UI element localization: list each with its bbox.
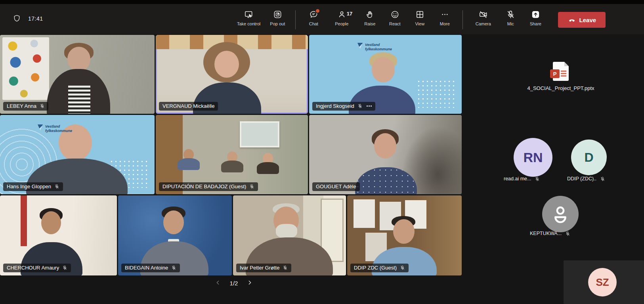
view-icon bbox=[415, 10, 424, 19]
vestland-logo: Vestlandfylkeskommune bbox=[357, 43, 392, 52]
toolbar-divider bbox=[295, 10, 296, 29]
teams-meeting-window: 17:41 Take control Pop out Chat 17 Peopl… bbox=[0, 0, 644, 304]
mic-off-icon bbox=[171, 265, 176, 270]
name-label: CHERCHOUR Amaury bbox=[3, 264, 71, 272]
hang-up-icon bbox=[568, 16, 576, 24]
shield-icon bbox=[13, 14, 21, 23]
camera-toggle-button[interactable]: Camera bbox=[473, 10, 493, 26]
avatar-placeholder[interactable] bbox=[542, 196, 579, 232]
window-top-strip bbox=[0, 0, 644, 4]
chevron-left-icon bbox=[215, 279, 221, 286]
more-button[interactable]: More bbox=[437, 10, 453, 26]
meeting-info: 17:41 bbox=[13, 14, 43, 23]
participant-silhouette bbox=[372, 57, 395, 82]
name-label: BIDEGAIN Antoine bbox=[121, 264, 180, 272]
toolbar-buttons: Take control Pop out Chat 17 People Rais… bbox=[237, 10, 606, 29]
tile-more-menu-icon[interactable] bbox=[367, 105, 372, 107]
chevron-right-icon bbox=[247, 279, 253, 286]
participant-silhouette bbox=[257, 153, 279, 174]
video-tile-active-speaker[interactable]: VERGNAUD Mickaëlle bbox=[156, 35, 308, 114]
mic-off-icon bbox=[249, 184, 254, 189]
mic-off-icon bbox=[357, 103, 363, 109]
name-label: GOUGUET Adèle bbox=[312, 182, 360, 191]
share-button[interactable]: Share bbox=[527, 10, 543, 26]
name-label: VERGNAUD Mickaëlle bbox=[159, 102, 218, 111]
mic-toggle-button[interactable]: Mic bbox=[503, 10, 518, 26]
mic-off-icon bbox=[62, 265, 67, 270]
video-tile[interactable]: DDIP ZDC (Guest) bbox=[347, 195, 462, 275]
wall-picture bbox=[240, 121, 279, 147]
mic-off-icon bbox=[535, 176, 540, 182]
view-button[interactable]: View bbox=[412, 10, 428, 26]
react-button[interactable]: React bbox=[387, 10, 403, 26]
background-scene bbox=[21, 195, 27, 246]
video-tile[interactable]: Ivar Petter Grøtte bbox=[233, 195, 346, 275]
participant-silhouette bbox=[41, 211, 61, 234]
participant-label: DDIP (ZDC).. bbox=[567, 176, 605, 182]
mic-off-icon bbox=[40, 103, 45, 109]
mic-off-icon bbox=[400, 265, 405, 270]
take-control-button[interactable]: Take control bbox=[237, 10, 260, 26]
chat-button[interactable]: Chat bbox=[306, 10, 321, 26]
leave-button[interactable]: Leave bbox=[558, 12, 606, 28]
people-button[interactable]: 17 People bbox=[331, 10, 353, 26]
toolbar-divider bbox=[462, 10, 463, 29]
raise-hand-button[interactable]: Raise bbox=[362, 10, 378, 26]
participant-label: KEPTUKWA... bbox=[530, 231, 570, 236]
react-icon bbox=[390, 10, 399, 19]
participant-label: read.ai me... bbox=[504, 176, 540, 182]
gallery-pagination: 1/2 bbox=[198, 279, 269, 288]
more-icon bbox=[440, 10, 449, 19]
participant-silhouette bbox=[374, 133, 396, 159]
avatar-rn[interactable]: RN bbox=[514, 138, 552, 177]
name-label: DIPUTACIÓN DE BADAJOZ (Guest) bbox=[159, 182, 258, 191]
meeting-timer: 17:41 bbox=[28, 15, 43, 22]
video-tile[interactable]: BIDEGAIN Antoine bbox=[118, 195, 232, 275]
background-pattern bbox=[417, 79, 455, 108]
pop-out-icon bbox=[273, 10, 282, 19]
share-icon bbox=[531, 10, 540, 19]
video-grid: LEBEY Anna VERGNAUD Mickaëlle Vestlandfy… bbox=[0, 35, 462, 275]
participant-count: 17 bbox=[347, 11, 352, 17]
participant-silhouette bbox=[178, 149, 200, 170]
self-view-tile[interactable]: SZ bbox=[564, 260, 644, 304]
mic-off-icon bbox=[600, 176, 605, 182]
background-poster bbox=[2, 37, 49, 100]
meeting-toolbar: 17:41 Take control Pop out Chat 17 Peopl… bbox=[0, 4, 644, 34]
video-tile[interactable]: LEBEY Anna bbox=[0, 35, 155, 114]
raise-hand-icon bbox=[365, 10, 375, 19]
mic-off-icon bbox=[506, 10, 515, 19]
name-label: LEBEY Anna bbox=[3, 102, 48, 111]
participant-silhouette bbox=[221, 151, 243, 172]
shared-file-name: 4_SOCIAL_Project_PPT.pptx bbox=[527, 85, 594, 91]
participant-silhouette bbox=[393, 219, 415, 244]
video-tile[interactable]: Vestlandfylkeskommune Hans Inge Gloppen bbox=[0, 115, 155, 194]
previous-page-button[interactable] bbox=[214, 279, 222, 288]
powerpoint-icon: P bbox=[553, 62, 569, 81]
pop-out-button[interactable]: Pop out bbox=[269, 10, 285, 26]
vestland-logo-icon bbox=[38, 124, 43, 130]
chat-notification-dot bbox=[315, 8, 320, 13]
take-control-icon bbox=[244, 10, 253, 19]
mic-off-icon bbox=[54, 184, 59, 189]
mic-off-icon bbox=[565, 231, 570, 236]
video-tile[interactable]: CHERCHOUR Amaury bbox=[0, 195, 117, 275]
name-label: Ingjerd Skogseid bbox=[312, 102, 375, 111]
participant-silhouette bbox=[67, 47, 90, 71]
next-page-button[interactable] bbox=[246, 279, 254, 288]
people-icon bbox=[337, 10, 346, 19]
avatar-self: SZ bbox=[588, 268, 617, 296]
video-tile[interactable]: DIPUTACIÓN DE BADAJOZ (Guest) bbox=[156, 115, 308, 194]
mic-off-icon bbox=[283, 265, 288, 270]
name-label: DDIP ZDC (Guest) bbox=[350, 264, 409, 272]
name-label: Hans Inge Gloppen bbox=[3, 182, 63, 191]
name-label: Ivar Petter Grøtte bbox=[236, 264, 291, 272]
shared-file[interactable]: P 4_SOCIAL_Project_PPT.pptx bbox=[509, 62, 612, 91]
vestland-logo: Vestlandfylkeskommune bbox=[38, 124, 72, 133]
participants-rail: P 4_SOCIAL_Project_PPT.pptx RN D read.ai… bbox=[462, 34, 644, 304]
avatar-d[interactable]: D bbox=[571, 140, 607, 175]
video-tile[interactable]: Vestlandfylkeskommune Ingjerd Skogseid bbox=[309, 35, 462, 114]
video-tile[interactable]: GOUGUET Adèle bbox=[309, 115, 462, 194]
person-icon bbox=[549, 203, 571, 225]
camera-off-icon bbox=[479, 10, 488, 19]
